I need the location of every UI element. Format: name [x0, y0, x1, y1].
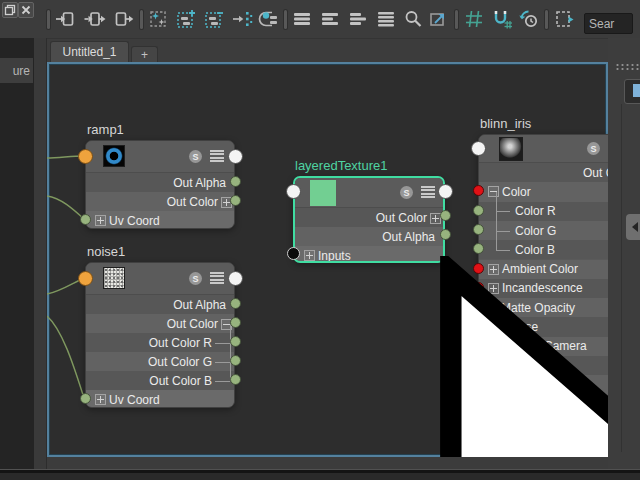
blinn_iris-normal-camera-port[interactable]: [473, 340, 484, 351]
noise1-out-color-b-port[interactable]: [230, 374, 241, 385]
noise1-uv-coord-port[interactable]: [80, 393, 91, 404]
node-noise1[interactable]: SOut AlphaOut ColorOut Color ROut Color …: [85, 262, 235, 408]
layeredTexture1-swatch-badge[interactable]: S: [400, 186, 413, 199]
expander-plus-icon[interactable]: [488, 283, 499, 294]
layeredTexture1-out-color-port[interactable]: [440, 210, 451, 221]
add-selected-to-graph-icon[interactable]: [175, 8, 197, 30]
node-blinn_iris[interactable]: SOut CoColorColor RColor GColor BAmbient…: [478, 134, 608, 457]
node-graph-canvas[interactable]: ramp1SOut AlphaOut ColorUv Coordnoise1SO…: [47, 62, 608, 457]
noise1-out-color-r-port[interactable]: [230, 336, 241, 347]
attr-row-layeredTexture1-inputs[interactable]: Inputs: [295, 246, 443, 263]
float-window-button[interactable]: [2, 2, 18, 18]
blinn_iris-color-g-port[interactable]: [473, 224, 484, 235]
blinn_iris-color-r-port[interactable]: [473, 205, 484, 216]
blinn_iris-eccentricity-port[interactable]: [473, 398, 484, 409]
attr-row-blinn_iris-reflectivity[interactable]: Reflectivity: [479, 356, 608, 375]
snap-to-grid-icon[interactable]: [491, 8, 513, 30]
blinn_iris-diffuse-port[interactable]: [473, 321, 484, 332]
attr-row-blinn_iris-normal-camera[interactable]: Normal Camera: [479, 337, 608, 356]
layeredTexture1-output-port[interactable]: [438, 184, 453, 199]
attr-row-noise1-out-color-b[interactable]: Out Color B: [86, 371, 234, 390]
search-input[interactable]: [584, 13, 633, 34]
expander-plus-icon[interactable]: [488, 264, 499, 275]
attr-row-ramp1-out-color[interactable]: Out Color: [86, 192, 234, 211]
ramp1-menu-badge[interactable]: [210, 150, 224, 163]
attr-row-blinn_iris-translucence[interactable]: Translucence: [479, 433, 608, 452]
blinn_iris-ambient-color-port[interactable]: [473, 263, 484, 274]
attr-row-ramp1-out-alpha[interactable]: Out Alpha: [86, 173, 234, 192]
panel-grip-handle[interactable]: [615, 63, 640, 71]
noise1-out-alpha-port[interactable]: [230, 298, 241, 309]
expander-plus-icon[interactable]: [95, 215, 106, 226]
layeredTexture1-inputs-port[interactable]: [287, 247, 300, 260]
graph-selected-objects-icon[interactable]: [147, 8, 169, 30]
blinn_iris-translucence-port[interactable]: [473, 436, 484, 447]
node-header-noise1[interactable]: S: [86, 263, 234, 295]
display-all-attributes-icon[interactable]: [347, 8, 369, 30]
expander-plus-icon[interactable]: [488, 418, 499, 429]
attr-row-blinn_iris-incandescence[interactable]: Incandescence: [479, 279, 608, 298]
noise1-output-port[interactable]: [228, 271, 243, 286]
add-tab-button[interactable]: +: [131, 46, 158, 62]
layeredTexture1-out-alpha-port[interactable]: [440, 229, 451, 240]
display-custom-attributes-icon[interactable]: [375, 8, 397, 30]
blinn_iris-specular-color-port[interactable]: [473, 417, 484, 428]
attr-row-blinn_iris-ambient-color[interactable]: Ambient Color: [479, 260, 608, 279]
blinn_iris-reflected-color-port[interactable]: [473, 378, 484, 389]
display-no-attributes-icon[interactable]: [291, 8, 313, 30]
node-layeredTexture1[interactable]: SOut ColorOut AlphaInputs: [293, 176, 445, 263]
attr-row-blinn_iris-reflected-color[interactable]: Reflected Color: [479, 375, 608, 394]
attr-row-noise1-out-alpha[interactable]: Out Alpha: [86, 295, 234, 314]
blinn_iris-input-port[interactable]: [471, 141, 486, 156]
node-ramp1[interactable]: SOut AlphaOut ColorUv Coord: [85, 140, 235, 229]
remove-selected-from-graph-icon[interactable]: [203, 8, 225, 30]
node-header-blinn_iris[interactable]: S: [479, 135, 608, 163]
noise1-input-port[interactable]: [78, 271, 93, 286]
attr-row-blinn_iris-diffuse[interactable]: Diffuse: [479, 317, 608, 336]
show-output-connections-icon[interactable]: [112, 8, 134, 30]
show-input-output-connections-icon[interactable]: [84, 8, 106, 30]
pin-selected-nodes-icon[interactable]: [258, 8, 280, 30]
noise1-out-color-g-port[interactable]: [230, 355, 241, 366]
right-panel-button[interactable]: [624, 79, 640, 104]
wire-ramp1-uv-coord[interactable]: [47, 196, 84, 219]
layeredTexture1-menu-badge[interactable]: [421, 186, 435, 199]
attr-row-blinn_iris-specular-color[interactable]: Specular Color: [479, 414, 608, 433]
cycle-layout-icon[interactable]: [553, 8, 575, 30]
noise1-swatch-badge[interactable]: S: [189, 272, 202, 285]
blinn_iris-color-b-port[interactable]: [473, 243, 484, 254]
noise1-menu-badge[interactable]: [210, 272, 224, 285]
attr-row-noise1-uv-coord[interactable]: Uv Coord: [86, 390, 234, 408]
ramp1-uv-coord-port[interactable]: [80, 214, 91, 225]
blinn_iris-matte-opacity-port[interactable]: [473, 301, 484, 312]
expander-plus-icon[interactable]: [95, 394, 106, 405]
show-input-connections-icon[interactable]: [55, 8, 77, 30]
attr-row-noise1-out-color[interactable]: Out Color: [86, 314, 234, 333]
expander-plus-icon[interactable]: [488, 379, 499, 390]
tab-untitled-1[interactable]: Untitled_1: [50, 41, 129, 62]
attr-row-blinn_iris-color[interactable]: Color: [479, 182, 608, 201]
expand-panel-button[interactable]: [626, 214, 640, 240]
attr-row-noise1-out-color-g[interactable]: Out Color G: [86, 352, 234, 371]
blinn_iris-incandescence-port[interactable]: [473, 282, 484, 293]
ramp1-out-alpha-port[interactable]: [230, 176, 241, 187]
expander-plus-icon[interactable]: [304, 250, 315, 261]
attr-row-layeredTexture1-out-color[interactable]: Out Color: [295, 208, 443, 227]
blinn_iris-reflectivity-port[interactable]: [473, 359, 484, 370]
wire-noise1-uv-coord[interactable]: [47, 316, 84, 398]
connect-on-drop-icon[interactable]: [231, 8, 253, 30]
expander-minus-icon[interactable]: [488, 186, 499, 197]
blinn_iris-swatch-badge[interactable]: S: [587, 142, 600, 155]
ramp1-output-port[interactable]: [228, 149, 243, 164]
left-panel-tab-fragment[interactable]: ure: [0, 58, 33, 83]
ramp1-input-port[interactable]: [78, 149, 93, 164]
restore-previous-view-icon[interactable]: [518, 8, 540, 30]
blinn_iris-color-port[interactable]: [473, 185, 484, 196]
attr-row-ramp1-uv-coord[interactable]: Uv Coord: [86, 211, 234, 229]
close-window-button[interactable]: [18, 2, 34, 18]
ramp1-swatch-badge[interactable]: S: [189, 150, 202, 163]
display-connected-attributes-icon[interactable]: [319, 8, 341, 30]
noise1-out-color-port[interactable]: [230, 317, 241, 328]
frame-selection-icon[interactable]: [427, 8, 449, 30]
zoom-search-icon[interactable]: [402, 8, 424, 30]
